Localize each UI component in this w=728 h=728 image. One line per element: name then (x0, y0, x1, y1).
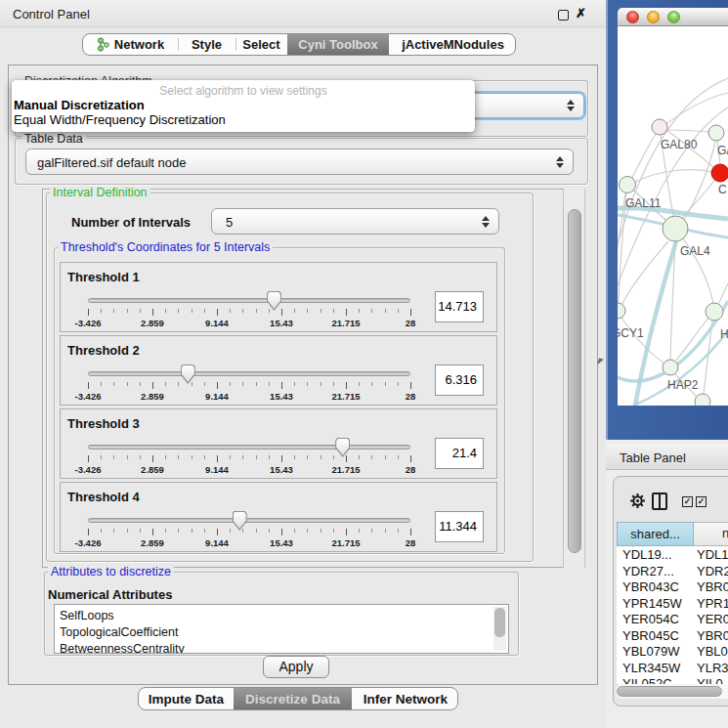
numerical-attributes-list[interactable]: SelfLoopsTopologicalCoefficientBetweenne… (54, 604, 509, 654)
apply-button[interactable]: Apply (263, 656, 329, 678)
threshold-value-field[interactable]: 14.713 (435, 291, 484, 322)
column-header-shared-name[interactable]: shared... (617, 522, 694, 546)
slider-tick-label: 21.715 (331, 318, 360, 328)
gear-icon[interactable] (629, 492, 646, 509)
table-row[interactable]: YDR27...YDR2 (617, 563, 728, 579)
slider-tick (398, 455, 399, 459)
checkbox-icon[interactable]: ✓ (696, 496, 707, 507)
network-edge[interactable] (621, 318, 664, 363)
close-icon[interactable]: ✗ (576, 6, 586, 21)
checkbox-icon[interactable]: ✓ (682, 496, 693, 507)
slider-track[interactable] (88, 518, 410, 523)
network-edge[interactable] (684, 142, 715, 220)
table-row[interactable]: YBR045CYBR0 (617, 627, 728, 644)
slider-track[interactable] (88, 371, 410, 376)
network-node-gal11[interactable] (620, 177, 636, 193)
table-row[interactable]: YIL052CYIL0 (617, 675, 728, 684)
slider-tick (152, 455, 153, 462)
slider-tick-label: 28 (406, 464, 416, 475)
attribute-item[interactable]: SelfLoops (60, 609, 114, 622)
zoom-traffic-light[interactable] (667, 11, 680, 23)
slider-tick (385, 455, 386, 459)
network-node-hap2[interactable] (663, 360, 678, 375)
table-row[interactable]: YLR345WYLR3 (617, 660, 728, 676)
slider-thumb[interactable] (233, 511, 247, 531)
node-table-panel: ✓ ✓ shared... na YDL19...YDL1YDR27...YDR… (613, 476, 728, 707)
network-edge[interactable] (661, 93, 728, 128)
network-edge[interactable] (719, 283, 728, 303)
table-row[interactable]: YPR145WYPR1 (617, 595, 728, 612)
scrollbar-thumb[interactable] (568, 209, 581, 553)
tab-select[interactable]: Select (236, 34, 287, 55)
table-row[interactable]: YBR043CYBR0 (617, 578, 728, 595)
combo-arrows-icon (482, 216, 490, 228)
slider-tick (294, 529, 295, 533)
slider-tick (281, 382, 282, 389)
dropdown-option-manual-discretization[interactable]: Manual Discretization (14, 98, 145, 112)
attribute-item[interactable]: TopologicalCoefficient (60, 625, 178, 639)
tab-jactivemnodules[interactable]: jActiveMNodules (389, 34, 516, 55)
slider-thumb[interactable] (181, 364, 195, 384)
network-node-c[interactable] (711, 164, 728, 182)
slider-tick (217, 529, 218, 535)
scrollbar-thumb[interactable] (494, 608, 505, 637)
tab-network[interactable]: Network (83, 34, 178, 55)
control-panel-tabs: Network Style Select Cyni Toolbox jActiv… (82, 33, 516, 56)
attribute-item[interactable]: BetweennessCentrality (60, 642, 185, 654)
column-header-name[interactable]: na (694, 522, 728, 546)
slider-tick (178, 382, 179, 386)
slider-tick (140, 529, 141, 533)
network-edge[interactable] (635, 170, 712, 182)
slider-tick-label: 9.144 (205, 391, 229, 402)
network-node-ga[interactable] (708, 125, 724, 141)
cell-shared-name: YBR045C (622, 628, 679, 643)
close-traffic-light[interactable] (626, 11, 639, 23)
threshold-panel-4: Threshold 4-3.4262.8599.14415.4321.71528… (60, 482, 497, 552)
network-node-label: GAL80 (661, 138, 698, 151)
threshold-value-field[interactable]: 6.316 (435, 364, 484, 396)
network-window-titlebar[interactable] (618, 8, 728, 26)
network-edge[interactable] (667, 130, 708, 132)
tab-cyni-toolbox[interactable]: Cyni Toolbox (287, 34, 389, 55)
dropdown-option-equal-width[interactable]: Equal Width/Frequency Discretization (14, 112, 226, 127)
slider-track[interactable] (88, 445, 410, 450)
slider-tick-label: 15.43 (270, 391, 293, 402)
tab-infer-network[interactable]: Infer Network (352, 688, 458, 709)
vertical-scrollbar[interactable] (563, 189, 585, 568)
table-row[interactable]: YER054CYER0 (617, 611, 728, 627)
network-canvas[interactable]: GAL80GACGAL11GAL4GCY1HHAP2 (618, 26, 728, 406)
tab-impute-data[interactable]: Impute Data (139, 688, 234, 709)
threshold-value-field[interactable]: 21.4 (435, 438, 484, 469)
network-node-gcy1[interactable] (618, 303, 625, 319)
network-node-h[interactable] (706, 303, 723, 321)
table-row[interactable]: YBL079WYBL0 (617, 643, 728, 660)
network-node-gal4[interactable] (663, 216, 688, 241)
list-scrollbar[interactable] (493, 607, 506, 651)
network-node-gal80[interactable] (652, 119, 667, 135)
tab-discretize-data[interactable]: Discretize Data (234, 688, 352, 709)
slider-tick (127, 382, 128, 386)
float-window-icon[interactable] (558, 10, 569, 21)
slider-track[interactable] (88, 298, 410, 303)
threshold-value-field[interactable]: 11.344 (435, 511, 484, 542)
columns-icon[interactable] (652, 492, 667, 510)
minimize-traffic-light[interactable] (647, 11, 660, 23)
horizontal-scrollbar[interactable] (616, 684, 728, 699)
slider-tick-label: 2.859 (141, 391, 164, 402)
slider-thumb[interactable] (335, 438, 350, 457)
tab-style[interactable]: Style (178, 34, 236, 55)
table-row[interactable]: YDL19...YDL1 (617, 546, 728, 563)
slider-tick (230, 309, 231, 313)
slider-tick (165, 529, 166, 533)
table-data-combo[interactable]: galFiltered.sif default node (25, 149, 574, 175)
slider-tick (204, 382, 205, 386)
cell-name: YIL0 (697, 676, 723, 684)
number-of-intervals-combo[interactable]: 5 (211, 208, 499, 235)
slider-tick (307, 455, 308, 459)
scrollbar-thumb[interactable] (617, 686, 722, 697)
slider-thumb[interactable] (267, 291, 281, 311)
algorithm-dropdown-popup: Select algorithm to view settings Manual… (12, 80, 475, 132)
network-edge[interactable] (628, 129, 659, 186)
network-node[interactable] (695, 394, 710, 406)
network-icon (97, 37, 109, 52)
